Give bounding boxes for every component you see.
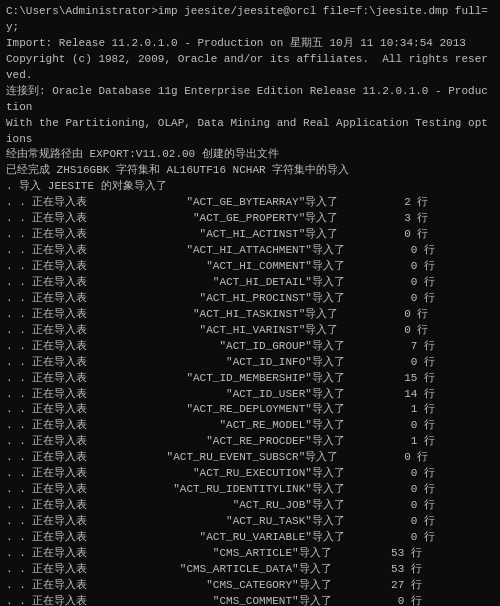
terminal-line: . . 正在导入表 "ACT_HI_VARINST"导入了 0 行 <box>6 323 494 339</box>
terminal-line: Import: Release 11.2.0.1.0 - Production … <box>6 36 494 52</box>
terminal-line: . . 正在导入表 "CMS_CATEGORY"导入了 27 行 <box>6 578 494 594</box>
terminal-line: . . 正在导入表 "ACT_ID_GROUP"导入了 7 行 <box>6 339 494 355</box>
terminal-line: . . 正在导入表 "ACT_RU_JOB"导入了 0 行 <box>6 498 494 514</box>
terminal-line: 经由常规路径由 EXPORT:V11.02.00 创建的导出文件 <box>6 147 494 163</box>
terminal-line: . . 正在导入表 "ACT_RE_DEPLOYMENT"导入了 1 行 <box>6 402 494 418</box>
terminal-line: . . 正在导入表 "ACT_ID_INFO"导入了 0 行 <box>6 355 494 371</box>
terminal-line: . . 正在导入表 "ACT_ID_USER"导入了 14 行 <box>6 387 494 403</box>
terminal-line: C:\Users\Administrator>imp jeesite/jeesi… <box>6 4 494 36</box>
terminal-line: 连接到: Oracle Database 11g Enterprise Edit… <box>6 84 494 116</box>
terminal-line: . . 正在导入表 "ACT_ID_MEMBERSHIP"导入了 15 行 <box>6 371 494 387</box>
terminal-line: . . 正在导入表 "ACT_HI_TASKINST"导入了 0 行 <box>6 307 494 323</box>
terminal-line: . 导入 JEESITE 的对象导入了 <box>6 179 494 195</box>
terminal-line: . . 正在导入表 "ACT_RU_VARIABLE"导入了 0 行 <box>6 530 494 546</box>
terminal-line: . . 正在导入表 "ACT_RU_EVENT_SUBSCR"导入了 0 行 <box>6 450 494 466</box>
terminal-line: With the Partitioning, OLAP, Data Mining… <box>6 116 494 148</box>
terminal-window: C:\Users\Administrator>imp jeesite/jeesi… <box>0 0 500 606</box>
terminal-line: . . 正在导入表 "ACT_GE_BYTEARRAY"导入了 2 行 <box>6 195 494 211</box>
terminal-line: . . 正在导入表 "ACT_RE_MODEL"导入了 0 行 <box>6 418 494 434</box>
terminal-line: . . 正在导入表 "ACT_RU_IDENTITYLINK"导入了 0 行 <box>6 482 494 498</box>
terminal-line: . . 正在导入表 "ACT_HI_COMMENT"导入了 0 行 <box>6 259 494 275</box>
terminal-line: . . 正在导入表 "ACT_RE_PROCDEF"导入了 1 行 <box>6 434 494 450</box>
terminal-line: Copyright (c) 1982, 2009, Oracle and/or … <box>6 52 494 84</box>
terminal-line: . . 正在导入表 "CMS_ARTICLE_DATA"导入了 53 行 <box>6 562 494 578</box>
terminal-line: . . 正在导入表 "ACT_HI_ACTINST"导入了 0 行 <box>6 227 494 243</box>
terminal-line: . . 正在导入表 "ACT_RU_TASK"导入了 0 行 <box>6 514 494 530</box>
terminal-line: . . 正在导入表 "ACT_GE_PROPERTY"导入了 3 行 <box>6 211 494 227</box>
terminal-line: . . 正在导入表 "ACT_RU_EXECUTION"导入了 0 行 <box>6 466 494 482</box>
terminal-line: . . 正在导入表 "CMS_ARTICLE"导入了 53 行 <box>6 546 494 562</box>
terminal-line: . . 正在导入表 "CMS_COMMENT"导入了 0 行 <box>6 594 494 606</box>
terminal-line: . . 正在导入表 "ACT_HI_PROCINST"导入了 0 行 <box>6 291 494 307</box>
terminal-line: 已经完成 ZHS16GBK 字符集和 AL16UTF16 NCHAR 字符集中的… <box>6 163 494 179</box>
terminal-line: . . 正在导入表 "ACT_HI_DETAIL"导入了 0 行 <box>6 275 494 291</box>
terminal-line: . . 正在导入表 "ACT_HI_ATTACHMENT"导入了 0 行 <box>6 243 494 259</box>
